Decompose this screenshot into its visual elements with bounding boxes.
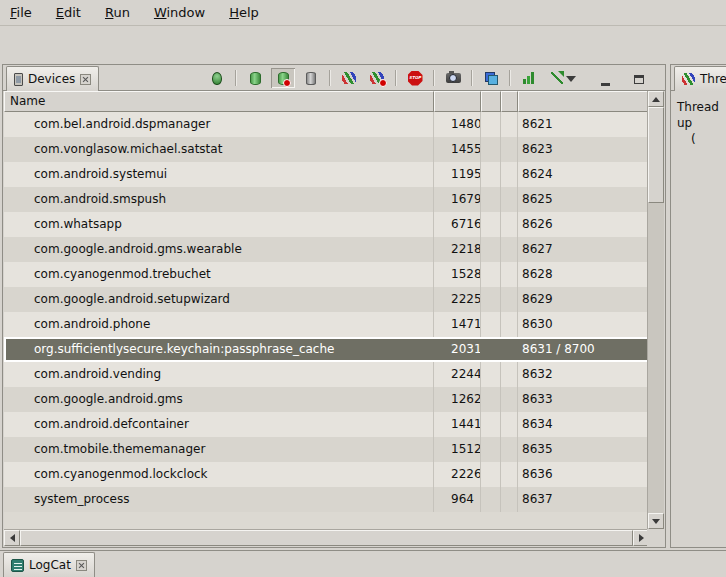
cell-spacer: [501, 487, 518, 512]
menu-item-edit[interactable]: Edit: [56, 5, 81, 20]
update-threads-icon-glyph: [342, 72, 356, 84]
stop-threads-icon[interactable]: [365, 68, 389, 88]
view-hierarchy-icon[interactable]: [479, 68, 503, 88]
horizontal-scrollbar[interactable]: [4, 529, 649, 546]
tab-devices-label: Devices: [28, 72, 75, 86]
debug-icon[interactable]: [205, 68, 229, 88]
devices-tabbar: Devices STOP: [3, 65, 665, 91]
cell-spacer: [501, 162, 518, 187]
cell-port: 8630: [518, 312, 649, 337]
table-row[interactable]: com.cyanogenmod.lockclock222658636: [4, 462, 649, 487]
cell-pid: 14553: [434, 137, 481, 162]
column-header-col2[interactable]: [481, 91, 501, 112]
scroll-up-button[interactable]: [648, 91, 664, 107]
update-heap-icon-glyph: [250, 72, 261, 85]
scroll-down-button[interactable]: [648, 513, 664, 529]
table-header: Name: [4, 91, 649, 112]
vertical-scrollbar-thumb[interactable]: [648, 107, 664, 203]
column-header-col1[interactable]: [434, 91, 481, 112]
cell-port: 8625: [518, 187, 649, 212]
arrow-down-icon: [652, 519, 660, 524]
table-row[interactable]: org.sufficientlysecure.keychain:passphra…: [4, 337, 649, 362]
cell-spacer: [481, 437, 501, 462]
cell-spacer: [481, 387, 501, 412]
update-threads-icon[interactable]: [337, 68, 361, 88]
table-row[interactable]: com.android.phone14718630: [4, 312, 649, 337]
cell-name: com.vonglasow.michael.satstat: [4, 137, 434, 162]
cell-name: com.tmobile.thememanager: [4, 437, 434, 462]
stop-process-icon-glyph: STOP: [408, 71, 423, 86]
cell-spacer: [501, 312, 518, 337]
table-row[interactable]: com.google.android.setupwizard222508629: [4, 287, 649, 312]
menu-item-run[interactable]: Run: [105, 5, 130, 20]
tab-threads-label: Threads: [700, 72, 726, 86]
cell-spacer: [481, 462, 501, 487]
tab-devices[interactable]: Devices: [6, 66, 99, 91]
table-row[interactable]: com.android.vending224408632: [4, 362, 649, 387]
system-info-icon[interactable]: [517, 68, 541, 88]
cell-name: com.android.phone: [4, 312, 434, 337]
device-table-body: com.bel.android.dspmanager14808621com.vo…: [4, 112, 649, 529]
device-icon: [14, 73, 23, 86]
cell-spacer: [481, 237, 501, 262]
scroll-left-button[interactable]: [4, 530, 20, 546]
stop-process-icon[interactable]: STOP: [403, 68, 427, 88]
maximize-icon[interactable]: [627, 69, 651, 89]
vertical-scrollbar[interactable]: [647, 91, 664, 529]
device-table: Name com.bel.android.dspmanager14808621c…: [4, 91, 664, 546]
cell-spacer: [481, 362, 501, 387]
minimize-icon[interactable]: [593, 69, 617, 89]
cell-spacer: [481, 487, 501, 512]
cause-gc-icon[interactable]: [299, 68, 323, 88]
column-header-col4[interactable]: [518, 91, 649, 112]
table-row[interactable]: com.android.smspush16798625: [4, 187, 649, 212]
menu-item-window[interactable]: Window: [154, 5, 205, 20]
cell-spacer: [481, 162, 501, 187]
table-row[interactable]: com.android.defcontainer144118634: [4, 412, 649, 437]
table-row[interactable]: com.google.android.gms126238633: [4, 387, 649, 412]
logcat-icon: [11, 559, 24, 572]
close-icon[interactable]: [80, 74, 91, 85]
threads-panel: Threads Thread up(: [670, 64, 726, 548]
menu-item-file[interactable]: File: [10, 5, 32, 20]
table-row[interactable]: com.cyanogenmod.trebuchet15288628: [4, 262, 649, 287]
horizontal-scrollbar-thumb[interactable]: [20, 530, 633, 546]
cell-spacer: [501, 112, 518, 137]
cell-pid: 1528: [434, 262, 481, 287]
update-heap-icon[interactable]: [243, 68, 267, 88]
table-row[interactable]: com.android.systemui11958624: [4, 162, 649, 187]
devices-toolbar: STOP: [205, 67, 569, 89]
dump-hprof-icon[interactable]: [271, 68, 295, 88]
cell-pid: 1679: [434, 187, 481, 212]
cell-spacer: [501, 262, 518, 287]
close-icon[interactable]: [76, 560, 87, 571]
cell-spacer: [501, 287, 518, 312]
cell-pid: 6716: [434, 212, 481, 237]
table-row[interactable]: com.tmobile.thememanager15128635: [4, 437, 649, 462]
table-row[interactable]: com.google.android.gms.wearable221858627: [4, 237, 649, 262]
menu-bar: FileEditRunWindowHelp: [0, 0, 726, 26]
cell-spacer: [501, 212, 518, 237]
tab-threads[interactable]: Threads: [674, 66, 726, 91]
table-row[interactable]: com.bel.android.dspmanager14808621: [4, 112, 649, 137]
table-row[interactable]: system_process9648637: [4, 487, 649, 512]
tab-logcat[interactable]: LogCat: [3, 552, 95, 577]
cell-port: 8635: [518, 437, 649, 462]
table-row[interactable]: com.whatsapp67168626: [4, 212, 649, 237]
cell-spacer: [501, 387, 518, 412]
cell-port: 8632: [518, 362, 649, 387]
screen-capture-icon[interactable]: [441, 68, 465, 88]
stop-process-icon-label: STOP: [409, 76, 421, 80]
column-header-name[interactable]: Name: [4, 91, 434, 112]
column-header-col3[interactable]: [501, 91, 518, 112]
cell-pid: 1471: [434, 312, 481, 337]
table-row[interactable]: com.vonglasow.michael.satstat145538623: [4, 137, 649, 162]
view-menu-icon[interactable]: [559, 69, 583, 89]
cell-spacer: [481, 262, 501, 287]
cell-spacer: [501, 187, 518, 212]
menu-item-help[interactable]: Help: [229, 5, 259, 20]
cell-spacer: [481, 137, 501, 162]
cell-pid: 20311: [434, 337, 481, 362]
cell-name: com.cyanogenmod.lockclock: [4, 462, 434, 487]
cell-name: com.android.smspush: [4, 187, 434, 212]
